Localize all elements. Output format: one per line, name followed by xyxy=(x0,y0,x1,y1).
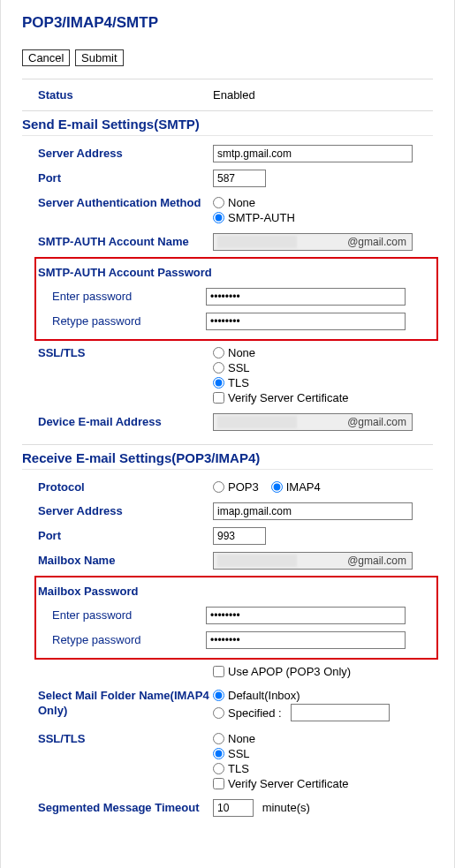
recv-folder-default-label: Default(Inbox) xyxy=(228,689,300,702)
smtp-password-highlight: SMTP-AUTH Account Password Enter passwor… xyxy=(34,257,438,341)
smtp-auth-none-radio[interactable] xyxy=(213,197,224,208)
recv-password-retype-input[interactable] xyxy=(206,631,406,649)
recv-mailbox-suffix: @gmail.com xyxy=(347,555,406,567)
smtp-account-label: SMTP-AUTH Account Name xyxy=(38,233,213,250)
smtp-auth-smtp-label: SMTP-AUTH xyxy=(228,211,295,224)
recv-timeout-unit: minute(s) xyxy=(262,801,310,814)
smtp-auth-method-label: Server Authentication Method xyxy=(38,194,213,211)
smtp-password-header: SMTP-AUTH Account Password xyxy=(38,266,433,279)
recv-ssl-none-label: None xyxy=(228,732,255,745)
recv-ssl-verify-checkbox[interactable] xyxy=(213,778,224,789)
recv-section-header: Receive E-mail Settings(POP3/IMAP4) xyxy=(22,450,433,465)
divider xyxy=(22,444,433,445)
smtp-ssl-tls-radio[interactable] xyxy=(213,377,224,389)
recv-port-input[interactable] xyxy=(213,527,266,545)
recv-password-enter-label: Enter password xyxy=(36,607,206,624)
status-value: Enabled xyxy=(213,88,255,102)
redacted-icon xyxy=(217,416,297,428)
smtp-device-email-suffix: @gmail.com xyxy=(347,416,406,428)
submit-button[interactable]: Submit xyxy=(75,49,123,66)
recv-protocol-imap4-radio[interactable] xyxy=(271,481,283,493)
recv-protocol-imap4-label: IMAP4 xyxy=(286,480,321,494)
recv-ssl-verify-label: Verify Server Certificate xyxy=(228,777,349,790)
recv-protocol-pop3-label: POP3 xyxy=(228,480,259,494)
smtp-ssl-ssl-label: SSL xyxy=(228,361,250,374)
recv-folder-specified-input[interactable] xyxy=(291,704,390,721)
recv-apop-checkbox[interactable] xyxy=(213,666,224,677)
recv-protocol-pop3-radio[interactable] xyxy=(213,481,224,493)
smtp-auth-smtp-radio[interactable] xyxy=(213,212,224,223)
smtp-device-email-label: Device E-mail Address xyxy=(38,413,213,430)
recv-timeout-label: Segmented Message Timeout xyxy=(38,799,213,816)
recv-ssl-ssl-label: SSL xyxy=(228,747,250,760)
status-label: Status xyxy=(38,88,213,102)
smtp-port-label: Port xyxy=(38,170,213,186)
divider xyxy=(22,110,433,111)
recv-ssl-label: SSL/TLS xyxy=(38,730,213,747)
recv-folder-default-radio[interactable] xyxy=(213,690,224,701)
smtp-device-email-field[interactable]: @gmail.com xyxy=(213,413,413,431)
smtp-ssl-tls-label: TLS xyxy=(228,376,249,389)
smtp-server-input[interactable] xyxy=(213,145,413,162)
recv-ssl-tls-label: TLS xyxy=(228,762,249,775)
recv-password-header: Mailbox Password xyxy=(38,585,433,598)
smtp-account-field[interactable]: @gmail.com xyxy=(213,233,413,251)
recv-password-highlight: Mailbox Password Enter password Retype p… xyxy=(34,576,438,660)
page-title: POP3/IMAP4/SMTP xyxy=(22,14,433,32)
smtp-ssl-verify-checkbox[interactable] xyxy=(213,392,224,404)
cancel-button[interactable]: Cancel xyxy=(22,49,70,66)
recv-protocol-label: Protocol xyxy=(38,479,213,495)
smtp-section-header: Send E-mail Settings(SMTP) xyxy=(22,117,433,132)
status-row: Status Enabled xyxy=(22,79,433,110)
smtp-ssl-none-label: None xyxy=(228,346,255,359)
recv-password-retype-label: Retype password xyxy=(36,631,206,649)
smtp-password-retype-label: Retype password xyxy=(36,313,206,330)
recv-server-label: Server Address xyxy=(38,502,213,519)
smtp-ssl-ssl-radio[interactable] xyxy=(213,362,224,374)
smtp-server-label: Server Address xyxy=(38,145,213,162)
smtp-password-enter-input[interactable] xyxy=(206,288,406,306)
smtp-ssl-label: SSL/TLS xyxy=(38,344,213,361)
recv-mailbox-field[interactable]: @gmail.com xyxy=(213,552,413,570)
spacer xyxy=(38,663,213,665)
smtp-port-input[interactable] xyxy=(213,170,266,187)
recv-port-label: Port xyxy=(38,527,213,544)
recv-ssl-none-radio[interactable] xyxy=(213,733,224,744)
smtp-password-retype-input[interactable] xyxy=(206,313,406,330)
redacted-icon xyxy=(217,555,297,567)
recv-folder-specified-radio[interactable] xyxy=(213,707,224,719)
smtp-password-enter-label: Enter password xyxy=(36,288,206,306)
recv-server-input[interactable] xyxy=(213,502,413,520)
recv-ssl-tls-radio[interactable] xyxy=(213,763,224,774)
recv-folder-label: Select Mail Folder Name(IMAP4 Only) xyxy=(38,687,213,719)
recv-apop-label: Use APOP (POP3 Only) xyxy=(228,665,351,678)
redacted-icon xyxy=(217,236,297,248)
recv-timeout-input[interactable] xyxy=(213,799,254,817)
smtp-ssl-verify-label: Verify Server Certificate xyxy=(228,391,349,404)
button-bar: Cancel Submit xyxy=(22,49,433,66)
smtp-auth-none-label: None xyxy=(228,196,255,209)
recv-password-enter-input[interactable] xyxy=(206,607,406,624)
recv-ssl-ssl-radio[interactable] xyxy=(213,748,224,759)
recv-folder-specified-label: Specified : xyxy=(228,706,282,720)
recv-mailbox-label: Mailbox Name xyxy=(38,552,213,569)
smtp-ssl-none-radio[interactable] xyxy=(213,347,224,359)
smtp-account-suffix: @gmail.com xyxy=(347,236,406,248)
